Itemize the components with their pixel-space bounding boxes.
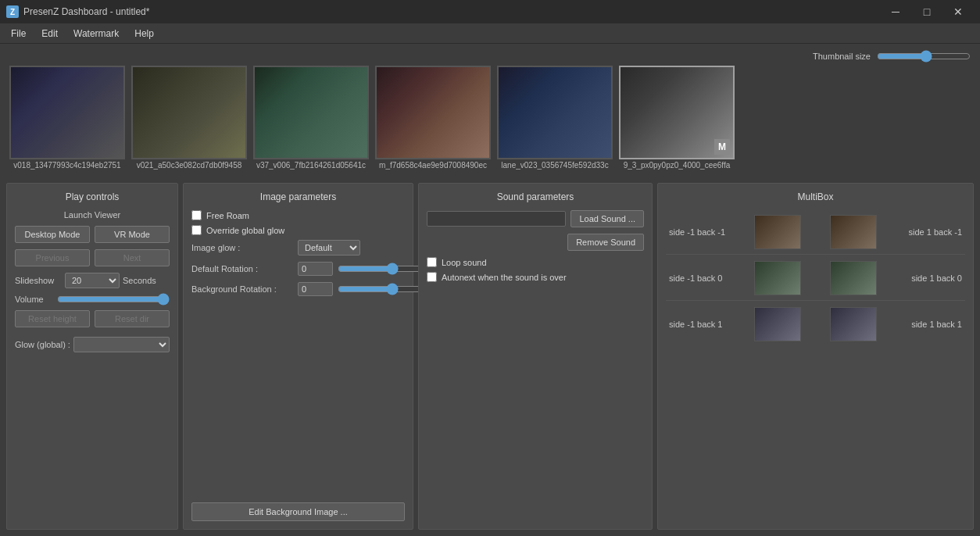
autonext-label: Autonext when the sound is over <box>442 273 567 282</box>
multibox-left-thumb-2[interactable] <box>754 307 801 341</box>
desktop-mode-button[interactable]: Desktop Mode <box>15 226 90 243</box>
titlebar: Z PresenZ Dashboard - untitled* ─ □ ✕ <box>0 0 980 23</box>
multibox-left-label-2: side -1 back 1 <box>669 320 731 329</box>
thumb-label-1: v018_13477993c4c194eb2751 <box>9 161 125 170</box>
thumbnail-item-3[interactable]: v37_v006_7fb2164261d05641c <box>253 66 369 170</box>
multibox-right-label-0: side 1 back -1 <box>900 227 962 237</box>
maximize-button[interactable]: □ <box>911 0 942 23</box>
image-glow-label: Image glow : <box>191 243 293 252</box>
thumbnail-size-label: Thumbnail size <box>813 52 871 61</box>
nav-buttons-row: Previous Next <box>15 249 170 266</box>
multibox-left-thumb-1[interactable] <box>754 261 801 295</box>
window-title: PresenZ Dashboard - untitled* <box>23 6 149 17</box>
play-controls-title: Play controls <box>15 191 170 202</box>
multibox-right-label-2: side 1 back 1 <box>900 320 962 329</box>
thumb-label-4: m_f7d658c4ae9e9d7008490ec <box>375 161 491 170</box>
thumbnail-list: v018_13477993c4c194eb2751 v021_a50c3e082… <box>9 66 735 170</box>
multibox-entries: side -1 back -1 side 1 back -1 side -1 b… <box>666 210 965 521</box>
image-params-panel: Image parameters Free Roam Override glob… <box>183 183 413 530</box>
app-icon: Z <box>6 5 19 18</box>
thumbnail-item-6[interactable]: M 9_3_px0py0pz0_4000_cee6ffa <box>619 66 735 170</box>
seconds-label: Seconds <box>123 276 156 285</box>
vr-mode-button[interactable]: VR Mode <box>95 226 170 243</box>
default-rotation-input[interactable] <box>298 262 333 276</box>
multibox-right-thumb-2[interactable] <box>830 307 877 341</box>
volume-label: Volume <box>15 295 54 304</box>
multibox-entry-1: side -1 back 0 side 1 back 0 <box>666 256 965 301</box>
free-roam-label: Free Roam <box>206 211 249 220</box>
thumb-image-4 <box>375 66 491 159</box>
thumbnail-item-5[interactable]: lane_v023_0356745fe592d33c <box>497 66 613 170</box>
mode-buttons-row: Desktop Mode VR Mode <box>15 226 170 243</box>
thumb-label-5: lane_v023_0356745fe592d33c <box>497 161 613 170</box>
thumb-image-5 <box>497 66 613 159</box>
multibox-entry-0: side -1 back -1 side 1 back -1 <box>666 210 965 255</box>
reset-height-button[interactable]: Reset height <box>15 310 90 327</box>
multibox-left-label-0: side -1 back -1 <box>669 227 731 237</box>
image-params-title: Image parameters <box>191 191 405 202</box>
remove-sound-button[interactable]: Remove Sound <box>567 234 644 251</box>
load-sound-button[interactable]: Load Sound ... <box>570 210 644 227</box>
free-roam-checkbox[interactable] <box>191 210 202 220</box>
thumbnail-item-2[interactable]: v021_a50c3e082cd7db0f9458 <box>131 66 247 170</box>
loop-sound-checkbox[interactable] <box>427 257 437 267</box>
default-rotation-label: Default Rotation : <box>191 264 293 273</box>
multibox-left-thumb-0[interactable] <box>754 215 801 249</box>
thumb-label-6: 9_3_px0py0pz0_4000_cee6ffa <box>619 161 735 170</box>
thumb-label-2: v021_a50c3e082cd7db0f9458 <box>131 161 247 170</box>
glow-label: Glow (global) : <box>15 340 70 349</box>
multibox-right-thumb-1[interactable] <box>830 261 877 295</box>
menu-watermark[interactable]: Watermark <box>66 26 127 41</box>
loop-sound-row: Loop sound <box>427 257 644 267</box>
thumb-image-6: M <box>619 66 735 159</box>
titlebar-controls: ─ □ ✕ <box>880 0 974 23</box>
thumbnail-item-4[interactable]: m_f7d658c4ae9e9d7008490ec <box>375 66 491 170</box>
autonext-checkbox[interactable] <box>427 272 437 282</box>
minimize-button[interactable]: ─ <box>880 0 911 23</box>
background-rotation-input[interactable] <box>298 282 333 296</box>
free-roam-row: Free Roam <box>191 210 405 220</box>
thumb-image-1 <box>9 66 125 159</box>
main-area: Play controls Launch Viewer Desktop Mode… <box>0 177 980 536</box>
thumb-label-3: v37_v006_7fb2164261d05641c <box>253 161 369 170</box>
menu-help[interactable]: Help <box>127 26 162 41</box>
multibox-right-label-1: side 1 back 0 <box>900 273 962 283</box>
thumbnail-item-1[interactable]: v018_13477993c4c194eb2751 <box>9 66 125 170</box>
play-controls-panel: Play controls Launch Viewer Desktop Mode… <box>6 183 178 530</box>
seconds-select[interactable]: 20 10 30 60 <box>65 273 120 288</box>
reset-buttons-row: Reset height Reset dir <box>15 310 170 327</box>
edit-background-button[interactable]: Edit Background Image ... <box>191 502 405 521</box>
glow-row: Glow (global) : Low Medium High <box>15 337 170 352</box>
multibox-right-thumb-0[interactable] <box>830 215 877 249</box>
menu-file[interactable]: File <box>3 26 34 41</box>
previous-button[interactable]: Previous <box>15 249 90 266</box>
glow-select[interactable]: Low Medium High <box>73 337 170 352</box>
override-glow-row: Override global glow <box>191 225 405 235</box>
autonext-row: Autonext when the sound is over <box>427 272 644 282</box>
sound-file-input[interactable] <box>427 211 566 227</box>
override-glow-checkbox[interactable] <box>191 225 202 235</box>
close-button[interactable]: ✕ <box>942 0 974 23</box>
loop-sound-label: Loop sound <box>442 258 487 267</box>
slideshow-label: Slideshow <box>15 276 62 285</box>
sound-params-panel: Sound parameters Load Sound ... Remove S… <box>418 183 653 530</box>
menu-edit[interactable]: Edit <box>34 26 66 41</box>
thumbnail-bar: Thumbnail size v018_13477993c4c194eb2751… <box>0 44 980 177</box>
titlebar-left: Z PresenZ Dashboard - untitled* <box>6 5 149 18</box>
sound-params-title: Sound parameters <box>427 191 644 202</box>
multibox-entry-2: side -1 back 1 side 1 back 1 <box>666 302 965 346</box>
next-button[interactable]: Next <box>95 249 170 266</box>
thumb-badge-6: M <box>714 139 730 155</box>
volume-slider[interactable] <box>57 293 170 306</box>
background-rotation-label: Background Rotation : <box>191 284 293 294</box>
menubar: File Edit Watermark Help <box>0 23 980 44</box>
volume-row: Volume <box>15 293 170 306</box>
thumbnail-size-slider[interactable] <box>877 50 971 63</box>
launch-viewer-label: Launch Viewer <box>15 210 170 220</box>
reset-dir-button[interactable]: Reset dir <box>95 310 170 327</box>
thumb-image-2 <box>131 66 247 159</box>
thumbnail-size-control: Thumbnail size <box>813 50 971 63</box>
image-glow-select[interactable]: Default Low High <box>298 240 360 255</box>
thumb-image-3 <box>253 66 369 159</box>
default-rotation-row: Default Rotation : <box>191 262 405 276</box>
